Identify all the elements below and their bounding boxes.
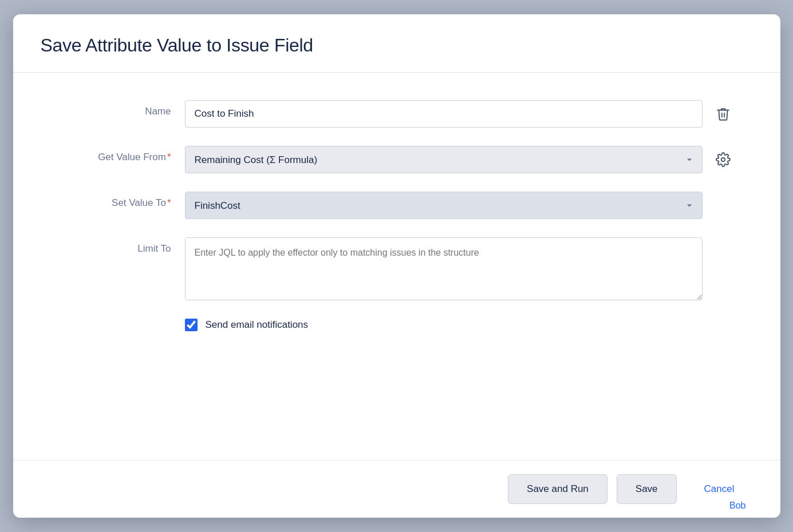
set-value-to-control-wrapper: FinishCost Custom Field 1 Custom Field 2 [185,192,735,219]
name-control-wrapper [185,100,735,128]
limit-to-row: Limit To [59,237,735,300]
send-email-checkbox[interactable] [185,319,198,331]
set-value-to-select[interactable]: FinishCost Custom Field 1 Custom Field 2 [185,192,703,219]
gear-button[interactable] [712,148,735,171]
bottom-hint: Bob [729,501,745,511]
trash-icon [716,106,731,121]
dialog-footer: Save and Run Save Cancel [13,460,780,518]
set-value-to-label: Set Value To* [59,192,185,209]
get-value-from-label: Get Value From* [59,146,185,163]
save-and-run-button[interactable]: Save and Run [508,474,607,504]
limit-to-textarea[interactable] [185,237,703,300]
required-star-2: * [167,197,171,208]
dialog-title: Save Attribute Value to Issue Field [41,35,753,56]
cancel-button[interactable]: Cancel [686,474,753,504]
set-value-to-row: Set Value To* FinishCost Custom Field 1 … [59,192,735,219]
required-star-1: * [167,152,171,162]
get-value-from-select[interactable]: Remaining Cost (Σ Formula) Original Esti… [185,146,703,173]
send-email-label[interactable]: Send email notifications [206,319,309,331]
delete-button[interactable] [712,102,735,125]
limit-to-control-wrapper [185,237,735,300]
dialog: Save Attribute Value to Issue Field Name [13,14,780,518]
get-value-from-row: Get Value From* Remaining Cost (Σ Formul… [59,146,735,173]
name-input[interactable] [185,100,703,128]
name-row: Name [59,100,735,128]
get-value-from-control-wrapper: Remaining Cost (Σ Formula) Original Esti… [185,146,735,173]
dialog-header: Save Attribute Value to Issue Field [13,14,780,73]
svg-point-0 [721,158,725,162]
send-email-row: Send email notifications [185,319,735,331]
name-label: Name [59,100,185,117]
gear-icon [716,152,731,167]
dialog-body: Name Get Value From* [13,73,780,460]
save-button[interactable]: Save [617,474,677,504]
limit-to-label: Limit To [59,237,185,255]
